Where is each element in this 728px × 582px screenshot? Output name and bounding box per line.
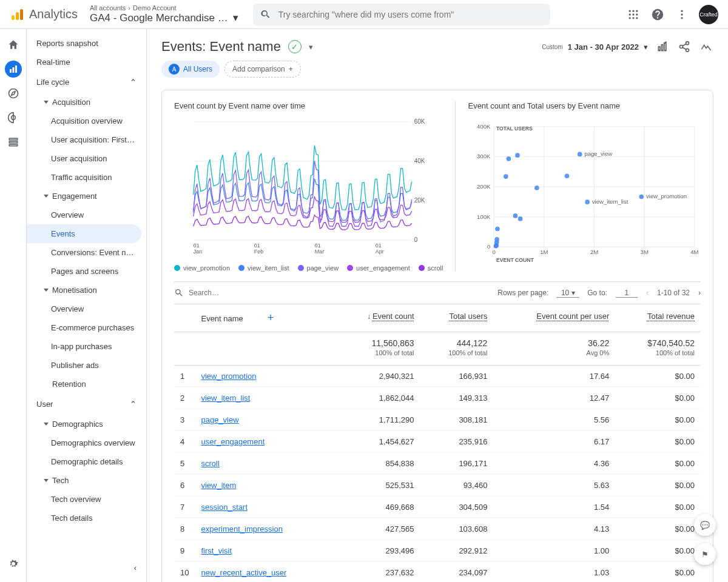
nav-eng-pages[interactable]: Pages and screens	[27, 262, 146, 281]
svg-point-27	[680, 45, 683, 48]
svg-point-71	[578, 152, 582, 157]
chat-fab-icon[interactable]: 💬	[694, 514, 716, 536]
svg-point-4	[632, 10, 634, 12]
table-search-input[interactable]	[189, 289, 280, 297]
table-row[interactable]: 8experiment_impression427,565103,6084.13…	[174, 518, 701, 540]
add-dimension-icon[interactable]: +	[268, 312, 274, 324]
svg-text:TOTAL USERS: TOTAL USERS	[496, 125, 533, 132]
rail-admin-icon[interactable]	[5, 555, 22, 572]
nav-acquisition[interactable]: Acquisition	[27, 93, 146, 112]
rail-reports-icon[interactable]	[5, 61, 22, 78]
status-ok-icon[interactable]: ✓	[288, 40, 302, 53]
th-event-name[interactable]: Event name+	[195, 304, 335, 332]
table-row[interactable]: 3page_view1,711,290308,1815.56$0.00	[174, 409, 701, 431]
nav-monetisation[interactable]: Monetisation	[27, 281, 146, 299]
nav-mon-ecom[interactable]: E-commerce purchases	[27, 318, 146, 337]
report-card: Event count by Event name over time 020K…	[161, 90, 713, 582]
table-search[interactable]	[174, 288, 302, 298]
event-link[interactable]: first_visit	[201, 546, 232, 555]
nav-engagement[interactable]: Engagement	[27, 187, 146, 206]
nav-mon-inapp[interactable]: In-app purchases	[27, 337, 146, 356]
nav-demographics[interactable]: Demographics	[27, 415, 146, 433]
date-range-picker[interactable]: Custom 1 Jan - 30 Apr 2022 ▾	[542, 42, 648, 52]
table-row[interactable]: 2view_item_list1,862,044149,31312.47$0.0…	[174, 387, 701, 409]
nav-tech[interactable]: Tech	[27, 471, 146, 490]
nav-acq-traffic[interactable]: Traffic acquisition	[27, 168, 146, 187]
caret-down-icon[interactable]: ▾	[309, 42, 313, 52]
th-revenue[interactable]: Total revenue	[615, 304, 701, 332]
search-input[interactable]	[278, 10, 543, 19]
event-link[interactable]: user_engagement	[201, 437, 265, 446]
table-row[interactable]: 5scroll854,838196,1714.36$0.00	[174, 453, 701, 475]
report-header: Events: Event name ✓ ▾ Custom 1 Jan - 30…	[161, 39, 713, 55]
goto-input[interactable]: 1	[616, 289, 638, 298]
rail-explore-icon[interactable]	[5, 85, 22, 102]
next-page-icon[interactable]: ›	[698, 289, 701, 297]
property-selector[interactable]: All accounts › Demo Account GA4 - Google…	[90, 4, 238, 24]
event-link[interactable]: view_item_list	[201, 393, 250, 403]
table-row[interactable]: 4user_engagement1,454,627235,9166.17$0.0…	[174, 431, 701, 453]
comparison-all-users[interactable]: AAll Users	[161, 61, 220, 78]
svg-point-10	[632, 17, 634, 19]
sum-users: 444,122100% of total	[420, 332, 494, 366]
event-link[interactable]: page_view	[201, 415, 238, 424]
rows-per-page-select[interactable]: 10 ▾	[557, 289, 579, 298]
nav-snapshot[interactable]: Reports snapshot	[27, 34, 146, 53]
svg-text:1M: 1M	[541, 249, 548, 255]
event-link[interactable]: view_item	[201, 481, 236, 490]
nav-tech-details[interactable]: Tech details	[27, 509, 146, 527]
collapse-sidebar-icon[interactable]: ‹	[134, 563, 136, 572]
nav-acq-overview[interactable]: Acquisition overview	[27, 112, 146, 130]
nav-demo-details[interactable]: Demographic details	[27, 452, 146, 471]
avatar[interactable]: Crafted	[699, 5, 718, 24]
th-epu[interactable]: Event count per user	[493, 304, 615, 332]
svg-text:01: 01	[376, 242, 382, 249]
svg-rect-2	[20, 9, 23, 20]
event-link[interactable]: view_promotion	[201, 372, 256, 381]
svg-point-12	[681, 10, 682, 12]
table-row[interactable]: 7session_start469,668304,5091.54$0.00	[174, 497, 701, 518]
sum-rev: $740,540.52100% of total	[615, 332, 701, 366]
table-row[interactable]: 1view_promotion2,940,321166,93117.64$0.0…	[174, 366, 701, 387]
nav-mon-pub[interactable]: Publisher ads	[27, 356, 146, 375]
nav-mon-overview[interactable]: Overview	[27, 299, 146, 318]
nav-eng-overview[interactable]: Overview	[27, 206, 146, 224]
rail-home-icon[interactable]	[5, 36, 22, 53]
nav-acq-firstuser[interactable]: User acquisition: First user …	[27, 130, 146, 149]
th-event-count[interactable]: ↓Event count	[335, 304, 420, 332]
nav-retention[interactable]: Retention	[27, 375, 146, 393]
feedback-fab-icon[interactable]: ⚑	[694, 543, 716, 565]
add-comparison-button[interactable]: Add comparison+	[224, 61, 301, 78]
rail-advertising-icon[interactable]	[5, 109, 22, 126]
svg-point-75	[518, 216, 523, 221]
search-bar[interactable]	[253, 4, 550, 25]
nav-engagement-label: Engagement	[52, 192, 97, 201]
table-row[interactable]: 9first_visit293,496292,9121.00$0.00	[174, 540, 701, 562]
insights-icon[interactable]	[699, 39, 713, 54]
more-vert-icon[interactable]	[675, 7, 689, 22]
nav-realtime[interactable]: Real-time	[27, 53, 146, 72]
rail-configure-icon[interactable]	[5, 133, 22, 150]
share-icon[interactable]	[677, 39, 692, 54]
table-row[interactable]: 10new_recent_active_user237,632234,0971.…	[174, 562, 701, 583]
event-link[interactable]: experiment_impression	[201, 524, 282, 534]
event-link[interactable]: new_recent_active_user	[201, 568, 286, 577]
nav-tech-overview[interactable]: Tech overview	[27, 490, 146, 509]
event-link[interactable]: session_start	[201, 503, 248, 512]
customize-report-icon[interactable]	[655, 39, 670, 54]
nav-eng-conversions[interactable]: Conversions: Event name	[27, 243, 146, 262]
help-icon[interactable]	[650, 7, 665, 22]
nav-acq-user[interactable]: User acquisition	[27, 149, 146, 168]
event-link[interactable]: scroll	[201, 459, 219, 468]
caret-down-icon: ▾	[644, 42, 648, 52]
table-row[interactable]: 6view_item525,53193,4605.63$0.00	[174, 475, 701, 497]
nav-demo-overview[interactable]: Demographics overview	[27, 433, 146, 452]
svg-rect-23	[658, 47, 660, 51]
nav-eng-events[interactable]: Events	[27, 224, 141, 243]
report-nav: Reports snapshot Real-time Life cycle⌃ A…	[27, 29, 147, 582]
nav-lifecycle[interactable]: Life cycle⌃	[27, 72, 146, 93]
prev-page-icon[interactable]: ‹	[646, 289, 649, 297]
apps-icon[interactable]	[626, 7, 641, 22]
nav-user[interactable]: User⌃	[27, 393, 146, 415]
th-total-users[interactable]: Total users	[420, 304, 494, 332]
